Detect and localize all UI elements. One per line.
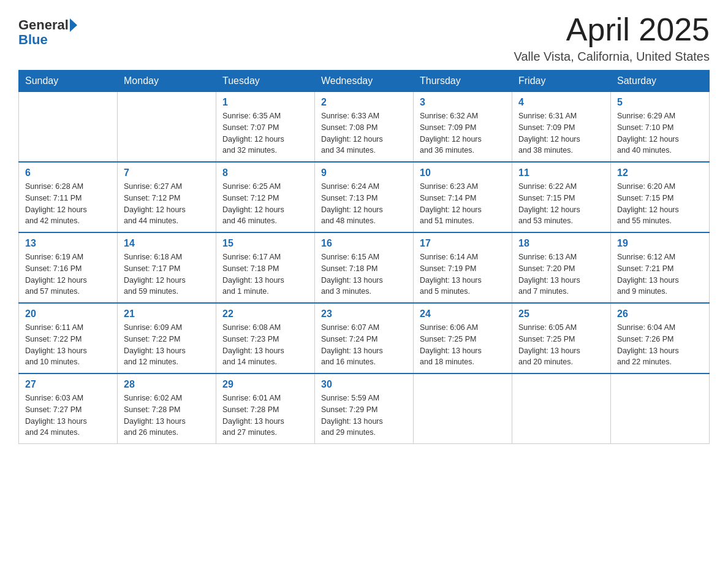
day-number: 12 xyxy=(617,167,703,178)
day-info: Sunrise: 6:24 AMSunset: 7:13 PMDaylight:… xyxy=(321,181,407,227)
page-header: General Blue April 2025 Valle Vista, Cal… xyxy=(18,12,710,64)
weekday-header-monday: Monday xyxy=(118,71,216,92)
day-info: Sunrise: 6:20 AMSunset: 7:15 PMDaylight:… xyxy=(617,181,703,227)
calendar-cell: 16Sunrise: 6:15 AMSunset: 7:18 PMDayligh… xyxy=(315,232,414,303)
day-info: Sunrise: 6:01 AMSunset: 7:28 PMDaylight:… xyxy=(222,393,308,439)
day-number: 1 xyxy=(222,97,308,108)
day-number: 8 xyxy=(222,167,308,178)
day-number: 22 xyxy=(222,308,308,320)
day-info: Sunrise: 6:32 AMSunset: 7:09 PMDaylight:… xyxy=(420,110,506,156)
day-number: 10 xyxy=(420,167,506,178)
day-number: 6 xyxy=(25,167,111,178)
day-number: 15 xyxy=(222,238,308,249)
day-info: Sunrise: 6:22 AMSunset: 7:15 PMDaylight:… xyxy=(518,181,604,227)
weekday-header-thursday: Thursday xyxy=(414,71,512,92)
day-info: Sunrise: 6:15 AMSunset: 7:18 PMDaylight:… xyxy=(321,251,407,297)
day-number: 18 xyxy=(518,238,604,249)
calendar-cell: 30Sunrise: 5:59 AMSunset: 7:29 PMDayligh… xyxy=(315,373,414,444)
day-number: 24 xyxy=(420,308,506,320)
calendar-cell xyxy=(611,373,710,444)
day-number: 20 xyxy=(25,308,111,320)
day-info: Sunrise: 6:28 AMSunset: 7:11 PMDaylight:… xyxy=(25,181,111,227)
logo: General Blue xyxy=(18,12,77,48)
calendar-cell: 28Sunrise: 6:02 AMSunset: 7:28 PMDayligh… xyxy=(118,373,216,444)
calendar-cell: 8Sunrise: 6:25 AMSunset: 7:12 PMDaylight… xyxy=(216,162,315,232)
calendar-cell: 2Sunrise: 6:33 AMSunset: 7:08 PMDaylight… xyxy=(315,92,414,163)
day-number: 29 xyxy=(222,379,308,390)
calendar-cell: 7Sunrise: 6:27 AMSunset: 7:12 PMDaylight… xyxy=(118,162,216,232)
calendar-cell xyxy=(414,373,512,444)
day-number: 14 xyxy=(124,238,210,249)
calendar-cell: 9Sunrise: 6:24 AMSunset: 7:13 PMDaylight… xyxy=(315,162,414,232)
day-info: Sunrise: 6:23 AMSunset: 7:14 PMDaylight:… xyxy=(420,181,506,227)
day-info: Sunrise: 6:08 AMSunset: 7:23 PMDaylight:… xyxy=(222,322,308,368)
calendar-cell: 11Sunrise: 6:22 AMSunset: 7:15 PMDayligh… xyxy=(512,162,611,232)
calendar-cell: 26Sunrise: 6:04 AMSunset: 7:26 PMDayligh… xyxy=(611,303,710,373)
calendar-cell: 27Sunrise: 6:03 AMSunset: 7:27 PMDayligh… xyxy=(19,373,118,444)
day-info: Sunrise: 6:35 AMSunset: 7:07 PMDaylight:… xyxy=(222,110,308,156)
calendar-cell: 18Sunrise: 6:13 AMSunset: 7:20 PMDayligh… xyxy=(512,232,611,303)
day-info: Sunrise: 6:33 AMSunset: 7:08 PMDaylight:… xyxy=(321,110,407,156)
calendar-cell: 14Sunrise: 6:18 AMSunset: 7:17 PMDayligh… xyxy=(118,232,216,303)
calendar-cell: 20Sunrise: 6:11 AMSunset: 7:22 PMDayligh… xyxy=(19,303,118,373)
day-info: Sunrise: 6:06 AMSunset: 7:25 PMDaylight:… xyxy=(420,322,506,368)
day-info: Sunrise: 6:13 AMSunset: 7:20 PMDaylight:… xyxy=(518,251,604,297)
calendar-cell xyxy=(19,92,118,163)
day-number: 3 xyxy=(420,97,506,108)
calendar-cell: 15Sunrise: 6:17 AMSunset: 7:18 PMDayligh… xyxy=(216,232,315,303)
day-number: 19 xyxy=(617,238,703,249)
day-number: 16 xyxy=(321,238,407,249)
day-info: Sunrise: 6:07 AMSunset: 7:24 PMDaylight:… xyxy=(321,322,407,368)
calendar-cell: 25Sunrise: 6:05 AMSunset: 7:25 PMDayligh… xyxy=(512,303,611,373)
day-info: Sunrise: 6:14 AMSunset: 7:19 PMDaylight:… xyxy=(420,251,506,297)
title-block: April 2025 Valle Vista, California, Unit… xyxy=(514,12,710,64)
day-number: 11 xyxy=(518,167,604,178)
day-number: 2 xyxy=(321,97,407,108)
calendar-cell: 4Sunrise: 6:31 AMSunset: 7:09 PMDaylight… xyxy=(512,92,611,163)
day-info: Sunrise: 6:12 AMSunset: 7:21 PMDaylight:… xyxy=(617,251,703,297)
day-number: 27 xyxy=(25,379,111,390)
month-title: April 2025 xyxy=(514,12,710,47)
calendar-cell xyxy=(118,92,216,163)
day-info: Sunrise: 6:19 AMSunset: 7:16 PMDaylight:… xyxy=(25,251,111,297)
day-number: 23 xyxy=(321,308,407,320)
calendar-cell: 1Sunrise: 6:35 AMSunset: 7:07 PMDaylight… xyxy=(216,92,315,163)
calendar-cell: 23Sunrise: 6:07 AMSunset: 7:24 PMDayligh… xyxy=(315,303,414,373)
calendar-cell: 19Sunrise: 6:12 AMSunset: 7:21 PMDayligh… xyxy=(611,232,710,303)
calendar-cell: 5Sunrise: 6:29 AMSunset: 7:10 PMDaylight… xyxy=(611,92,710,163)
weekday-header-friday: Friday xyxy=(512,71,611,92)
day-info: Sunrise: 6:03 AMSunset: 7:27 PMDaylight:… xyxy=(25,393,111,439)
day-number: 26 xyxy=(617,308,703,320)
calendar-cell: 29Sunrise: 6:01 AMSunset: 7:28 PMDayligh… xyxy=(216,373,315,444)
logo-general-text: General xyxy=(18,18,69,32)
calendar-table: SundayMondayTuesdayWednesdayThursdayFrid… xyxy=(18,70,710,444)
day-number: 5 xyxy=(617,97,703,108)
logo-blue-text: Blue xyxy=(18,32,48,48)
calendar-cell: 12Sunrise: 6:20 AMSunset: 7:15 PMDayligh… xyxy=(611,162,710,232)
day-number: 21 xyxy=(124,308,210,320)
calendar-cell: 24Sunrise: 6:06 AMSunset: 7:25 PMDayligh… xyxy=(414,303,512,373)
calendar-cell: 10Sunrise: 6:23 AMSunset: 7:14 PMDayligh… xyxy=(414,162,512,232)
day-number: 17 xyxy=(420,238,506,249)
calendar-cell: 3Sunrise: 6:32 AMSunset: 7:09 PMDaylight… xyxy=(414,92,512,163)
day-info: Sunrise: 6:18 AMSunset: 7:17 PMDaylight:… xyxy=(124,251,210,297)
day-info: Sunrise: 6:29 AMSunset: 7:10 PMDaylight:… xyxy=(617,110,703,156)
day-info: Sunrise: 6:11 AMSunset: 7:22 PMDaylight:… xyxy=(25,322,111,368)
day-number: 13 xyxy=(25,238,111,249)
day-info: Sunrise: 6:04 AMSunset: 7:26 PMDaylight:… xyxy=(617,322,703,368)
day-number: 9 xyxy=(321,167,407,178)
day-info: Sunrise: 6:27 AMSunset: 7:12 PMDaylight:… xyxy=(124,181,210,227)
day-number: 25 xyxy=(518,308,604,320)
day-number: 28 xyxy=(124,379,210,390)
day-number: 4 xyxy=(518,97,604,108)
calendar-cell: 21Sunrise: 6:09 AMSunset: 7:22 PMDayligh… xyxy=(118,303,216,373)
calendar-cell: 6Sunrise: 6:28 AMSunset: 7:11 PMDaylight… xyxy=(19,162,118,232)
weekday-header-saturday: Saturday xyxy=(611,71,710,92)
day-info: Sunrise: 6:25 AMSunset: 7:12 PMDaylight:… xyxy=(222,181,308,227)
day-number: 30 xyxy=(321,379,407,390)
day-info: Sunrise: 6:05 AMSunset: 7:25 PMDaylight:… xyxy=(518,322,604,368)
weekday-header-wednesday: Wednesday xyxy=(315,71,414,92)
calendar-cell: 17Sunrise: 6:14 AMSunset: 7:19 PMDayligh… xyxy=(414,232,512,303)
day-info: Sunrise: 5:59 AMSunset: 7:29 PMDaylight:… xyxy=(321,393,407,439)
weekday-header-sunday: Sunday xyxy=(19,71,118,92)
